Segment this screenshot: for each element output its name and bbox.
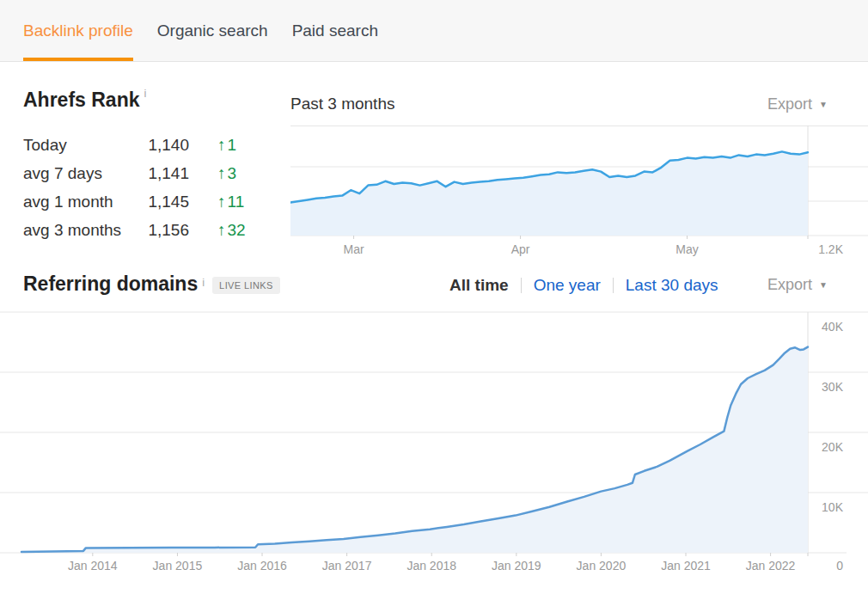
- tab-label: Organic search: [157, 21, 268, 40]
- delta-value: 11: [228, 193, 245, 211]
- export-label: Export: [767, 276, 812, 294]
- tab-bar: Backlink profile Organic search Paid sea…: [0, 0, 868, 62]
- referring-domains-title: Referring domains: [23, 273, 198, 296]
- export-button-rank[interactable]: Export ▼: [767, 95, 828, 113]
- x-axis-label: Mar: [344, 242, 364, 256]
- table-row: avg 3 months 1,156 ↑32: [23, 216, 281, 244]
- table-row: avg 1 month 1,145 ↑11: [23, 187, 281, 216]
- tab-paid-search[interactable]: Paid search: [292, 0, 378, 61]
- tab-label: Backlink profile: [23, 21, 133, 40]
- ahrefs-rank-chart: MarAprMay1.2K: [290, 126, 868, 263]
- x-axis-label: Apr: [511, 242, 530, 256]
- y-axis-label: 10K: [822, 500, 844, 514]
- x-axis-label: Jan 2018: [406, 559, 456, 573]
- row-label: Today: [23, 131, 138, 159]
- row-delta: ↑11: [217, 187, 244, 216]
- row-delta: ↑3: [217, 159, 236, 187]
- table-row: avg 7 days 1,141 ↑3: [23, 159, 281, 187]
- x-axis-label: Jan 2019: [492, 559, 541, 573]
- y-axis-label: 1.2K: [818, 242, 843, 256]
- up-arrow-icon: ↑: [217, 221, 226, 239]
- export-label: Export: [767, 95, 812, 113]
- delta-value: 3: [228, 164, 237, 182]
- ahrefs-rank-title: Ahrefs Rank: [23, 89, 139, 112]
- filter-all-time[interactable]: All time: [449, 276, 509, 295]
- delta-value: 1: [228, 136, 237, 154]
- info-icon[interactable]: i: [202, 276, 205, 289]
- caret-down-icon: ▼: [819, 280, 828, 290]
- tab-backlink-profile[interactable]: Backlink profile: [23, 0, 133, 61]
- delta-value: 32: [228, 221, 246, 239]
- up-arrow-icon: ↑: [217, 136, 226, 154]
- live-links-badge[interactable]: LIVE LINKS: [212, 277, 280, 294]
- info-icon[interactable]: i: [144, 87, 146, 100]
- row-delta: ↑32: [217, 216, 246, 244]
- x-axis-label: Jan 2017: [322, 559, 372, 573]
- row-value: 1,156: [138, 216, 189, 244]
- chart-area-fill: [290, 151, 808, 236]
- row-label: avg 3 months: [23, 216, 138, 244]
- x-axis-label: Jan 2021: [661, 559, 711, 573]
- y-axis-label: 40K: [822, 320, 844, 334]
- filter-last-30-days[interactable]: Last 30 days: [626, 276, 718, 295]
- table-row: Today 1,140 ↑1: [23, 131, 281, 159]
- x-axis-label: Jan 2015: [153, 559, 203, 573]
- caret-down-icon: ▼: [819, 100, 828, 109]
- filter-separator: [613, 278, 614, 293]
- time-range-filters: All time One year Last 30 days: [449, 275, 718, 296]
- up-arrow-icon: ↑: [217, 164, 226, 182]
- x-axis-label: Jan 2014: [68, 559, 118, 573]
- x-axis-label: Jan 2022: [746, 559, 796, 573]
- x-axis-label: May: [675, 242, 698, 256]
- y-axis-label: 30K: [822, 380, 844, 394]
- row-value: 1,141: [138, 159, 189, 187]
- overview-page: Backlink profile Organic search Paid sea…: [0, 0, 868, 594]
- x-axis-label: Jan 2016: [237, 559, 287, 573]
- x-axis-label: Jan 2020: [577, 559, 627, 573]
- row-delta: ↑1: [217, 131, 236, 159]
- ahrefs-rank-table: Today 1,140 ↑1 avg 7 days 1,141 ↑3 avg 1…: [23, 131, 281, 244]
- row-label: avg 7 days: [23, 159, 138, 187]
- filter-one-year[interactable]: One year: [534, 276, 601, 295]
- row-label: avg 1 month: [23, 187, 138, 216]
- export-button-referring[interactable]: Export ▼: [767, 275, 828, 294]
- y-axis-label: 20K: [822, 440, 844, 454]
- tab-label: Paid search: [292, 21, 378, 40]
- up-arrow-icon: ↑: [217, 193, 226, 211]
- referring-domains-chart: Jan 2014Jan 2015Jan 2016Jan 2017Jan 2018…: [0, 305, 868, 580]
- ahrefs-rank-heading: Ahrefs Rank i: [23, 89, 146, 112]
- filter-separator: [521, 278, 522, 293]
- rank-chart-title: Past 3 months: [290, 95, 394, 113]
- row-value: 1,145: [138, 187, 189, 216]
- referring-domains-heading: Referring domains i LIVE LINKS: [23, 273, 280, 296]
- y-axis-label: 0: [836, 559, 843, 573]
- row-value: 1,140: [138, 131, 189, 159]
- tab-organic-search[interactable]: Organic search: [157, 0, 268, 61]
